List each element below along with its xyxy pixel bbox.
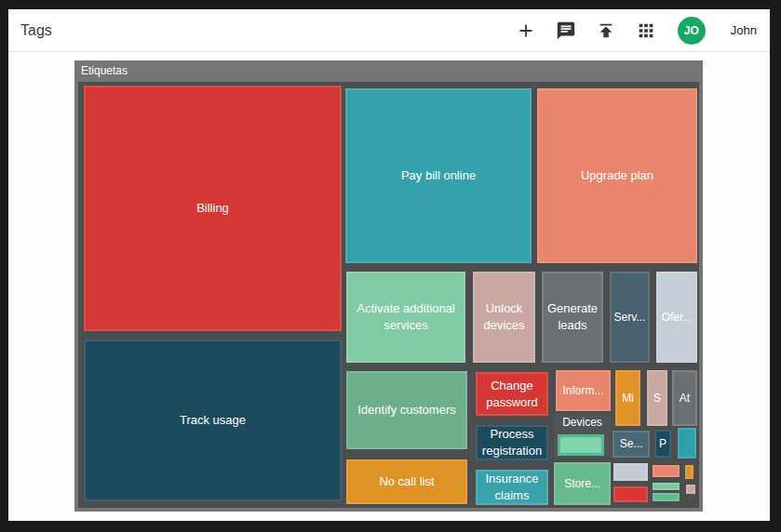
treemap-tile-p[interactable]: P [654,430,671,458]
treemap-group-label: Etiquetas [81,64,128,77]
treemap-tiles: BillingTrack usagePay bill onlineUpgrade… [78,82,699,508]
tile-label-change-password: Change password [476,378,548,410]
tile-label-billing: Billing [193,200,233,217]
treemap-tile-mi[interactable]: Mi [615,370,640,426]
header-icons: JO John [515,17,761,45]
tile-label-serv: Serv... [611,310,650,325]
tile-label-devices-group: Devices [554,415,611,430]
treemap-tile-se[interactable]: Se... [613,431,650,458]
treemap-tile-devices-child[interactable] [558,434,604,456]
tile-label-store: Store... [560,476,604,491]
tile-label-upgrade-plan: Upgrade plan [577,167,657,184]
tile-label-at: At [676,391,693,406]
treemap-tile-teal-small[interactable] [678,428,696,459]
tile-label-no-call-list: No call list [375,473,438,490]
tile-label-mi: Mi [618,391,638,406]
treemap-tile-unlock-devices[interactable]: Unlock devices [473,272,535,363]
app-window: Tags JO John Etiquetas BillingTrack usag… [8,9,770,521]
user-name[interactable]: John [731,23,757,37]
treemap-tile-process-registration[interactable]: Process registration [476,425,548,460]
tile-label-process-registration: Process registration [476,426,548,459]
treemap-tile-upgrade-plan[interactable]: Upgrade plan [537,88,697,263]
treemap: Etiquetas BillingTrack usagePay bill onl… [74,60,703,512]
treemap-tile-track-usage[interactable]: Track usage [84,339,342,501]
treemap-tile-mint-small-1[interactable] [653,483,680,490]
tile-label-activate-additional-services: Activate additional services [346,300,465,333]
treemap-tile-gray-small[interactable] [613,463,648,481]
tile-label-identify-customers: Identify customers [354,402,460,419]
content-area: Etiquetas BillingTrack usagePay bill onl… [8,52,770,521]
feedback-icon[interactable] [555,20,577,42]
tile-label-generate-leads: Generate leads [542,300,603,333]
treemap-tile-ofer[interactable]: Ofer... [656,272,697,363]
treemap-tile-serv[interactable]: Serv... [610,272,650,363]
tile-label-track-usage: Track usage [176,412,249,429]
treemap-tile-identify-customers[interactable]: Identify customers [346,371,467,449]
tile-label-p: P [655,436,670,451]
treemap-tile-mint-small-2[interactable] [653,493,680,501]
page-title: Tags [20,22,52,39]
app-header: Tags JO John [8,9,770,52]
tile-label-ofer: Ofer... [658,310,696,325]
tile-label-inform: Inform... [559,383,607,398]
treemap-tile-red-small[interactable] [613,486,648,502]
treemap-tile-salmon-small[interactable] [653,465,680,477]
treemap-tile-s[interactable]: S [647,370,667,426]
treemap-tile-pink-tiny[interactable] [686,485,695,494]
treemap-tile-generate-leads[interactable]: Generate leads [542,272,603,363]
treemap-tile-orange-tiny[interactable] [685,465,693,479]
tile-label-se: Se... [616,436,647,451]
tile-label-unlock-devices: Unlock devices [473,300,535,333]
treemap-tile-pay-bill-online[interactable]: Pay bill online [345,88,532,263]
treemap-tile-change-password[interactable]: Change password [476,372,548,416]
treemap-group-header[interactable]: Etiquetas [74,60,703,82]
treemap-tile-mini-grid[interactable] [683,497,697,504]
treemap-tile-activate-additional-services[interactable]: Activate additional services [346,272,465,363]
treemap-tile-inform[interactable]: Inform... [556,370,611,411]
treemap-tile-insurance-claims[interactable]: Insurance claims [476,470,548,505]
tile-label-s: S [650,391,665,406]
avatar[interactable]: JO [678,17,706,45]
treemap-tile-at[interactable]: At [672,370,697,426]
upload-icon[interactable] [595,20,617,42]
treemap-tile-store[interactable]: Store... [554,462,611,505]
apps-grid-icon[interactable] [635,20,657,42]
treemap-tile-no-call-list[interactable]: No call list [346,459,467,504]
tile-label-insurance-claims: Insurance claims [476,471,548,503]
tile-label-pay-bill-online: Pay bill online [397,167,479,184]
treemap-tile-billing[interactable]: Billing [84,86,342,331]
add-icon[interactable] [515,20,537,42]
